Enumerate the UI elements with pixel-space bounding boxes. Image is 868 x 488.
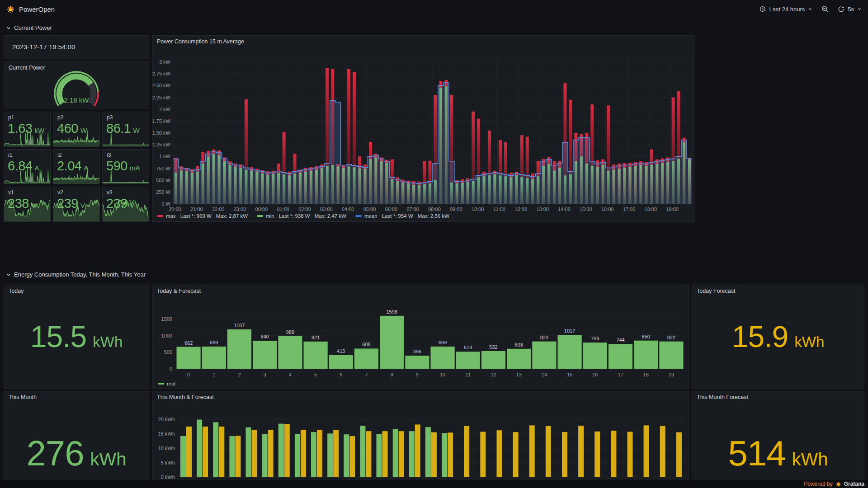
svg-text:840: 840: [261, 334, 269, 339]
svg-text:744: 744: [616, 337, 624, 343]
svg-text:1598: 1598: [386, 309, 397, 314]
today-forecast-value: 15.9: [732, 319, 788, 354]
stat-value: 590: [106, 159, 127, 174]
svg-text:07:00: 07:00: [406, 206, 419, 212]
panel-title[interactable]: This Month & Forecast: [157, 394, 214, 400]
grafana-logo-icon[interactable]: [6, 5, 15, 14]
stat-label: i2: [57, 152, 61, 158]
stat-label: v2: [57, 189, 63, 196]
svg-text:989: 989: [286, 329, 294, 335]
current-power-gauge-panel: Current Power 2.18 kW: [4, 61, 149, 109]
row-header-current-power[interactable]: Current Power: [6, 24, 52, 31]
svg-text:2: 2: [238, 372, 241, 377]
clock-icon: [760, 6, 766, 12]
stat-panel-v2: v2 239V: [53, 187, 100, 222]
svg-text:11: 11: [466, 372, 471, 377]
time-range-picker[interactable]: Last 24 hours: [760, 6, 812, 13]
legend-item-max[interactable]: max Last *: 969 W Max: 2.87 kW: [157, 213, 248, 219]
stat-value: 2.04: [57, 159, 81, 174]
stat-panel-i1: i1 6.84A: [4, 149, 51, 184]
svg-text:0 kWh: 0 kWh: [161, 474, 175, 480]
stat-label: v1: [8, 189, 14, 196]
svg-text:7: 7: [365, 372, 368, 377]
svg-text:532: 532: [489, 344, 497, 350]
panel-title[interactable]: Today: [9, 288, 24, 294]
chart-legend: max Last *: 969 W Max: 2.87 kW min Last …: [157, 213, 449, 219]
svg-text:04:00: 04:00: [342, 206, 354, 212]
timestamp-panel: 2023-12-17 19:54:00: [4, 35, 149, 59]
svg-text:16:00: 16:00: [601, 206, 614, 212]
panel-title[interactable]: This Month: [9, 394, 37, 400]
today-unit: kWh: [93, 333, 123, 351]
dashboard: PowerOpen Last 24 hours: [0, 0, 868, 488]
refresh-icon: [838, 6, 844, 13]
refresh-button[interactable]: 5s: [838, 6, 862, 13]
svg-text:21:00: 21:00: [190, 206, 203, 212]
stat-unit: V: [80, 202, 85, 209]
stat-panel-i2: i2 2.04A: [53, 149, 100, 184]
legend-item-real[interactable]: real: [158, 381, 175, 386]
svg-text:22:00: 22:00: [212, 206, 225, 212]
panel-title[interactable]: Power Consumption 15 m Average: [157, 38, 244, 45]
timestamp-value: 2023-12-17 19:54:00: [12, 43, 75, 51]
svg-text:11:00: 11:00: [493, 206, 505, 212]
today-forecast-panel: Today Forecast 15.9kWh: [692, 285, 864, 389]
svg-text:1.25 kW: 1.25 kW: [152, 142, 171, 147]
svg-text:12:00: 12:00: [515, 206, 528, 212]
stat-panel-p3: p3 86.1W: [102, 112, 149, 147]
svg-text:06:00: 06:00: [385, 206, 398, 212]
chevron-down-icon: [6, 272, 11, 277]
svg-text:250 W: 250 W: [156, 189, 170, 195]
svg-text:18:00: 18:00: [645, 206, 657, 212]
legend-item-min[interactable]: min Last *: 938 W Max: 2.47 kW: [257, 213, 346, 219]
power-consumption-plot[interactable]: 3 kW2.75 kW2.50 kW2.25 kW2 kW1.75 kW1.50…: [152, 36, 695, 221]
legend-swatch: [157, 215, 163, 217]
svg-text:13: 13: [516, 372, 522, 377]
chevron-down-icon: [808, 7, 812, 11]
zoom-out-button[interactable]: [821, 5, 829, 13]
today-forecast-plot[interactable]: 1500100050006620669111872840398948215415…: [152, 285, 689, 388]
grafana-logo-icon[interactable]: [835, 481, 841, 487]
month-value: 276: [26, 433, 84, 474]
svg-text:0: 0: [187, 372, 190, 377]
month-unit: kWh: [90, 449, 127, 469]
svg-text:1000: 1000: [161, 333, 172, 338]
stat-value: 239: [57, 196, 78, 211]
today-panel: Today 15.5kWh: [4, 285, 149, 389]
month-forecast-value: 514: [728, 433, 785, 474]
stat-value: 239: [106, 196, 127, 211]
svg-text:16: 16: [592, 372, 598, 377]
svg-text:5 kWh: 5 kWh: [161, 460, 175, 465]
svg-text:10 kWh: 10 kWh: [158, 446, 175, 451]
svg-text:15 kWh: 15 kWh: [158, 431, 175, 436]
svg-text:2.75 kW: 2.75 kW: [152, 71, 171, 76]
refresh-interval: 5s: [848, 6, 854, 13]
svg-text:8: 8: [391, 372, 393, 377]
powered-by-label: Powered by: [804, 481, 832, 487]
svg-text:1 kW: 1 kW: [159, 154, 171, 159]
svg-text:0: 0: [170, 366, 172, 371]
svg-text:03:00: 03:00: [320, 206, 333, 212]
svg-text:1500: 1500: [161, 316, 172, 322]
legend-swatch: [158, 383, 164, 385]
svg-text:2.25 kW: 2.25 kW: [152, 95, 171, 100]
svg-text:669: 669: [439, 340, 447, 345]
panel-title[interactable]: Today Forecast: [697, 288, 735, 294]
svg-text:2.18 kW: 2.18 kW: [64, 96, 89, 104]
panel-title[interactable]: Today & Forecast: [157, 288, 201, 294]
svg-text:19: 19: [669, 372, 674, 377]
svg-text:500: 500: [164, 349, 172, 355]
month-forecast-plot[interactable]: 20 kWh15 kWh10 kWh5 kWh0 kWh: [152, 391, 689, 480]
row-header-energy-consumption[interactable]: Energy Consumption Today, This Month, Th…: [6, 271, 146, 278]
this-month-panel: This Month 276kWh: [4, 391, 149, 481]
panel-title[interactable]: This Month Forecast: [697, 394, 748, 400]
stat-panel-p2: p2 460W: [53, 112, 100, 147]
chevron-down-icon: [6, 26, 11, 30]
svg-text:14:00: 14:00: [558, 206, 571, 212]
panel-title[interactable]: Current Power: [9, 65, 45, 71]
svg-text:09:00: 09:00: [450, 206, 462, 212]
legend-swatch: [355, 215, 362, 217]
svg-text:1.75 kW: 1.75 kW: [152, 118, 171, 124]
legend-item-mean[interactable]: mean Last *: 954 W Max: 2.56 kW: [355, 213, 449, 219]
stat-unit: A: [84, 164, 88, 172]
